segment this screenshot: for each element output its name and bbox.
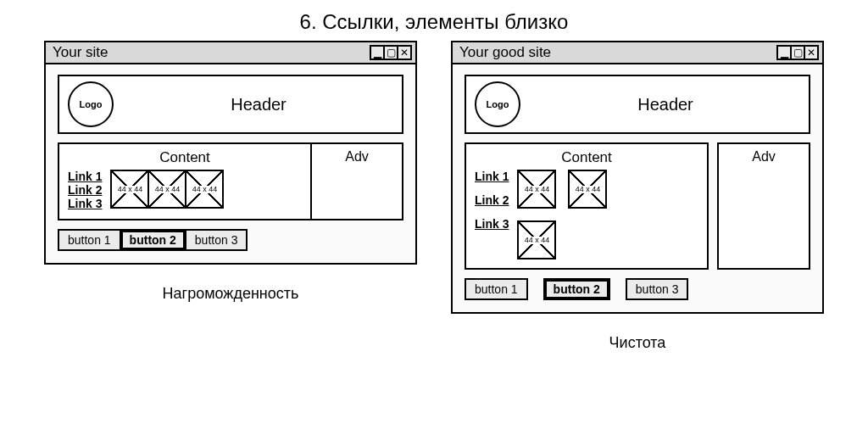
link-item[interactable]: Link 2 bbox=[68, 183, 102, 197]
logo-left: Logo bbox=[68, 81, 114, 127]
links-list-left: Link 1 Link 2 Link 3 bbox=[68, 170, 102, 210]
content-title-left: Content bbox=[68, 149, 302, 166]
window-controls-left: ▁ ▢ ✕ bbox=[371, 45, 412, 60]
image-placeholder-icon[interactable]: 44 x 44 bbox=[568, 170, 607, 209]
close-icon[interactable]: ✕ bbox=[804, 45, 819, 60]
adv-title-left: Adv bbox=[320, 149, 393, 165]
link-item[interactable]: Link 3 bbox=[68, 197, 102, 210]
buttons-row-left: button 1 button 2 button 3 bbox=[58, 229, 403, 251]
panel-clean: Your good site ▁ ▢ ✕ Logo Header Content bbox=[451, 41, 824, 352]
button-2-left[interactable]: button 2 bbox=[120, 229, 186, 251]
link-item[interactable]: Link 3 bbox=[475, 217, 509, 231]
content-title-right: Content bbox=[475, 149, 698, 166]
buttons-row-right: button 1 button 2 button 3 bbox=[465, 278, 810, 300]
header-text-right: Header bbox=[531, 95, 800, 114]
page-body-left: Logo Header Content Link 1 Link 2 Link 3 bbox=[46, 64, 415, 263]
link-item[interactable]: Link 1 bbox=[68, 170, 102, 183]
body-row-right: Content Link 1 Link 2 Link 3 44 x 44 44 … bbox=[465, 142, 810, 270]
browser-window-left: Your site ▁ ▢ ✕ Logo Header Content bbox=[44, 41, 417, 265]
titlebar-left: Your site ▁ ▢ ✕ bbox=[46, 42, 415, 64]
caption-right: Чистота bbox=[609, 334, 666, 352]
thumbs-row-left: 44 x 44 44 x 44 44 x 44 bbox=[110, 170, 224, 209]
image-placeholder-icon[interactable]: 44 x 44 bbox=[110, 170, 149, 209]
window-title-left: Your site bbox=[53, 44, 108, 61]
content-box-left: Content Link 1 Link 2 Link 3 44 x 44 44 … bbox=[58, 142, 312, 220]
adv-title-right: Adv bbox=[727, 149, 800, 165]
image-placeholder-icon[interactable]: 44 x 44 bbox=[517, 220, 556, 259]
button-3-left[interactable]: button 3 bbox=[185, 229, 248, 251]
button-1-left[interactable]: button 1 bbox=[58, 229, 121, 251]
logo-right: Logo bbox=[475, 81, 520, 127]
header-box-left: Logo Header bbox=[58, 75, 403, 134]
header-box-right: Logo Header bbox=[465, 75, 810, 134]
panels-row: Your site ▁ ▢ ✕ Logo Header Content bbox=[0, 41, 868, 352]
adv-box-right: Adv bbox=[717, 142, 810, 270]
body-row-left: Content Link 1 Link 2 Link 3 44 x 44 44 … bbox=[58, 142, 403, 220]
thumbs-grid-right: 44 x 44 44 x 44 44 x 44 bbox=[517, 170, 627, 259]
image-placeholder-icon[interactable]: 44 x 44 bbox=[517, 170, 556, 209]
content-inner-left: Link 1 Link 2 Link 3 44 x 44 44 x 44 44 … bbox=[68, 170, 302, 210]
image-placeholder-icon[interactable]: 44 x 44 bbox=[147, 170, 186, 209]
slide-title: 6. Ссылки, элементы близко bbox=[0, 0, 868, 41]
browser-window-right: Your good site ▁ ▢ ✕ Logo Header Content bbox=[451, 41, 824, 314]
header-text-left: Header bbox=[124, 95, 393, 114]
close-icon[interactable]: ✕ bbox=[397, 45, 412, 60]
content-inner-right: Link 1 Link 2 Link 3 44 x 44 44 x 44 44 … bbox=[475, 170, 698, 259]
image-placeholder-icon[interactable]: 44 x 44 bbox=[185, 170, 224, 209]
panel-cluttered: Your site ▁ ▢ ✕ Logo Header Content bbox=[44, 41, 417, 352]
window-controls-right: ▁ ▢ ✕ bbox=[778, 45, 819, 60]
page-body-right: Logo Header Content Link 1 Link 2 Link 3 bbox=[453, 64, 822, 312]
button-2-right[interactable]: button 2 bbox=[543, 278, 610, 300]
link-item[interactable]: Link 1 bbox=[475, 170, 509, 183]
link-item[interactable]: Link 2 bbox=[475, 193, 509, 207]
content-box-right: Content Link 1 Link 2 Link 3 44 x 44 44 … bbox=[465, 142, 709, 270]
button-1-right[interactable]: button 1 bbox=[465, 278, 528, 300]
adv-box-left: Adv bbox=[310, 142, 403, 220]
titlebar-right: Your good site ▁ ▢ ✕ bbox=[453, 42, 822, 64]
caption-left: Нагроможденность bbox=[163, 285, 299, 303]
button-3-right[interactable]: button 3 bbox=[626, 278, 689, 300]
links-list-right: Link 1 Link 2 Link 3 bbox=[475, 170, 509, 231]
window-title-right: Your good site bbox=[459, 44, 551, 61]
